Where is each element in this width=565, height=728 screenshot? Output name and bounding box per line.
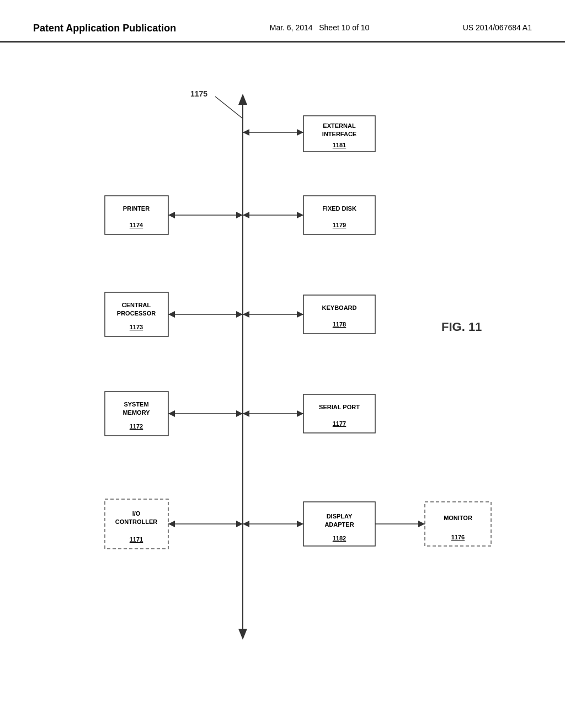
- svg-marker-51: [168, 521, 175, 527]
- svg-marker-6: [297, 129, 303, 136]
- header-sheet: Sheet 10 of 10: [319, 23, 369, 32]
- svg-marker-20: [243, 212, 249, 218]
- header-center: Mar. 6, 2014 Sheet 10 of 10: [270, 22, 370, 34]
- svg-text:SERIAL PORT: SERIAL PORT: [319, 404, 360, 410]
- page-header: Patent Application Publication Mar. 6, 2…: [0, 0, 565, 42]
- svg-marker-7: [243, 129, 249, 136]
- svg-text:KEYBOARD: KEYBOARD: [322, 304, 357, 311]
- svg-marker-19: [297, 212, 303, 218]
- svg-text:1174: 1174: [130, 222, 143, 228]
- svg-text:EXTERNAL: EXTERNAL: [323, 122, 356, 129]
- svg-marker-45: [297, 410, 303, 417]
- svg-marker-38: [168, 410, 175, 417]
- svg-text:1177: 1177: [333, 420, 346, 427]
- svg-rect-47: [303, 394, 375, 433]
- svg-marker-14: [236, 212, 243, 218]
- svg-marker-2: [238, 629, 247, 640]
- svg-marker-1: [238, 94, 247, 105]
- svg-text:INTERFACE: INTERFACE: [322, 131, 356, 137]
- svg-text:PROCESSOR: PROCESSOR: [117, 310, 156, 317]
- svg-text:PRINTER: PRINTER: [123, 205, 150, 212]
- svg-marker-58: [297, 521, 303, 527]
- svg-rect-21: [303, 196, 375, 234]
- svg-marker-52: [236, 521, 243, 527]
- svg-rect-34: [303, 295, 375, 334]
- svg-marker-13: [168, 212, 175, 218]
- svg-rect-15: [105, 196, 168, 234]
- svg-text:1178: 1178: [333, 321, 346, 328]
- svg-text:MEMORY: MEMORY: [122, 409, 150, 416]
- svg-marker-59: [243, 521, 249, 527]
- svg-text:I/O: I/O: [132, 510, 141, 517]
- header-patent-number: US 2014/067684 A1: [463, 22, 532, 34]
- svg-text:1181: 1181: [333, 142, 346, 148]
- svg-text:CONTROLLER: CONTROLLER: [115, 518, 157, 525]
- svg-text:ADAPTER: ADAPTER: [324, 521, 354, 528]
- svg-text:DISPLAY: DISPLAY: [327, 513, 353, 520]
- svg-marker-32: [297, 311, 303, 318]
- svg-text:1182: 1182: [333, 535, 346, 542]
- svg-marker-25: [168, 311, 175, 318]
- svg-text:FIG. 11: FIG. 11: [441, 320, 482, 334]
- svg-text:1173: 1173: [130, 324, 143, 330]
- diagram-area: 1175 EXTERNAL INTERFACE 1181 PRINTER 117…: [28, 88, 537, 695]
- header-date: Mar. 6, 2014: [270, 23, 313, 32]
- svg-text:1172: 1172: [130, 423, 143, 430]
- svg-text:1179: 1179: [333, 222, 346, 228]
- svg-text:CENTRAL: CENTRAL: [122, 302, 151, 308]
- svg-marker-26: [236, 311, 243, 318]
- patent-page: Patent Application Publication Mar. 6, 2…: [0, 0, 565, 728]
- svg-text:SYSTEM: SYSTEM: [124, 401, 148, 408]
- svg-text:FIXED DISK: FIXED DISK: [322, 205, 356, 212]
- diagram-svg: 1175 EXTERNAL INTERFACE 1181 PRINTER 117…: [28, 88, 537, 695]
- svg-text:1176: 1176: [451, 534, 465, 540]
- svg-marker-39: [236, 410, 243, 417]
- header-title: Patent Application Publication: [33, 22, 176, 35]
- svg-text:1175: 1175: [190, 89, 207, 98]
- svg-marker-46: [243, 410, 249, 417]
- svg-marker-33: [243, 311, 249, 318]
- svg-line-3: [215, 97, 243, 119]
- svg-text:1171: 1171: [130, 536, 143, 543]
- svg-text:MONITOR: MONITOR: [444, 515, 472, 521]
- svg-marker-65: [418, 521, 425, 527]
